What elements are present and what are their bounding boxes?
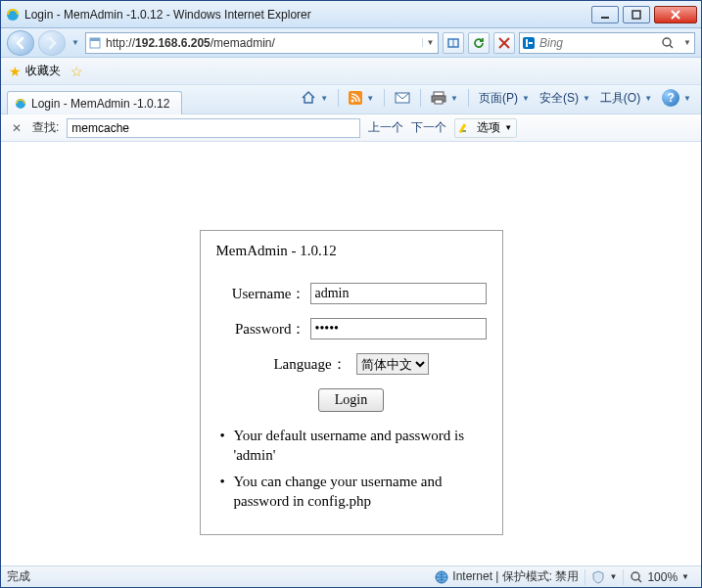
username-input[interactable] [310, 283, 487, 304]
protected-mode-dropdown[interactable]: ▼ [585, 570, 623, 584]
hint-item: You can change your username and passwor… [216, 472, 487, 512]
find-options-button[interactable]: 选项▼ [454, 118, 517, 138]
star-icon: ★ [9, 64, 22, 79]
help-button[interactable]: ?▼ [658, 87, 695, 109]
find-input[interactable] [67, 118, 360, 138]
address-dropdown[interactable]: ▼ [422, 38, 438, 47]
zoom-icon [630, 570, 643, 584]
svg-line-15 [670, 45, 673, 48]
favorites-button[interactable]: ★ 收藏夹 [9, 63, 61, 79]
svg-rect-6 [90, 38, 100, 41]
forward-button[interactable] [38, 30, 66, 56]
close-find-button[interactable]: ✕ [9, 120, 24, 136]
status-text: 完成 [7, 568, 30, 585]
svg-point-26 [632, 572, 639, 580]
browser-tab[interactable]: Login - MemAdmin -1.0.12 [7, 91, 182, 114]
add-favorite-button[interactable]: ☆ [70, 64, 83, 79]
ie-icon [5, 7, 21, 23]
bing-icon [520, 36, 538, 50]
address-bar[interactable]: http://192.168.6.205/memadmin/ ▼ [85, 32, 439, 54]
svg-rect-24 [462, 130, 466, 132]
address-text[interactable]: http://192.168.6.205/memadmin/ [104, 36, 422, 50]
search-box[interactable]: Bing ▼ [519, 32, 695, 54]
security-zone[interactable]: Internet | 保护模式: 禁用 [429, 568, 585, 585]
find-bar: ✕ 查找: 上一个 下一个 选项▼ [1, 114, 701, 142]
username-label: Username： [216, 285, 310, 303]
favorites-bar: ★ 收藏夹 ☆ [1, 58, 701, 85]
hint-item: Your default username and password is 'a… [216, 426, 487, 466]
stop-button[interactable] [493, 32, 515, 54]
back-button[interactable] [7, 30, 34, 56]
refresh-button[interactable] [468, 32, 490, 54]
svg-rect-12 [526, 39, 528, 47]
svg-point-14 [663, 38, 671, 46]
read-mail-button[interactable] [391, 87, 414, 109]
safety-menu[interactable]: 安全(S)▼ [536, 87, 594, 109]
navigation-bar: ▼ http://192.168.6.205/memadmin/ ▼ Bing … [1, 28, 701, 58]
login-button[interactable]: Login [318, 388, 384, 412]
window-title: Login - MemAdmin -1.0.12 - Windows Inter… [24, 8, 311, 22]
svg-rect-13 [529, 42, 533, 44]
page-icon [86, 36, 104, 50]
window-buttons [591, 6, 697, 23]
search-placeholder: Bing [538, 36, 661, 50]
svg-point-18 [351, 100, 354, 103]
title-bar: Login - MemAdmin -1.0.12 - Windows Inter… [1, 1, 701, 28]
help-icon: ? [662, 89, 679, 107]
print-button[interactable]: ▼ [427, 87, 462, 109]
svg-rect-2 [632, 11, 640, 19]
zoom-control[interactable]: 100% ▼ [624, 570, 695, 584]
status-bar: 完成 Internet | 保护模式: 禁用 ▼ 100% ▼ [1, 565, 701, 587]
shield-icon [591, 570, 605, 584]
ie-window: Login - MemAdmin -1.0.12 - Windows Inter… [0, 0, 702, 588]
favorites-label: 收藏夹 [25, 63, 61, 79]
svg-rect-20 [434, 92, 444, 96]
page-content: MemAdmin - 1.0.12 Username： Password： La… [1, 142, 701, 565]
tools-menu[interactable]: 工具(O)▼ [596, 87, 656, 109]
star-add-icon: ☆ [70, 64, 83, 79]
feeds-button[interactable]: ▼ [345, 87, 378, 109]
language-select[interactable]: 简体中文 [356, 353, 429, 375]
home-button[interactable]: ▼ [297, 87, 332, 109]
minimize-button[interactable] [591, 6, 619, 23]
tab-title: Login - MemAdmin -1.0.12 [31, 97, 169, 111]
search-dropdown[interactable]: ▼ [680, 38, 694, 47]
svg-rect-22 [435, 100, 443, 104]
highlight-icon [459, 121, 473, 135]
ie-tab-icon [14, 97, 27, 111]
hint-list: Your default username and password is 'a… [216, 426, 487, 511]
compat-view-button[interactable] [443, 32, 464, 54]
maximize-button[interactable] [623, 6, 650, 23]
svg-line-27 [638, 579, 641, 582]
password-label: Password： [216, 320, 310, 339]
command-bar: Login - MemAdmin -1.0.12 ▼ ▼ ▼ 页面(P)▼ 安全… [1, 85, 701, 114]
find-label: 查找: [32, 119, 59, 136]
page-menu[interactable]: 页面(P)▼ [475, 87, 534, 109]
find-previous-button[interactable]: 上一个 [368, 119, 403, 136]
nav-history-dropdown[interactable]: ▼ [70, 30, 81, 56]
language-label: Language： [273, 355, 350, 374]
password-input[interactable] [310, 318, 487, 339]
panel-title: MemAdmin - 1.0.12 [216, 243, 487, 259]
find-next-button[interactable]: 下一个 [411, 119, 446, 136]
search-go-button[interactable] [661, 36, 680, 50]
close-button[interactable] [654, 6, 697, 23]
globe-icon [435, 570, 448, 584]
login-panel: MemAdmin - 1.0.12 Username： Password： La… [200, 230, 503, 535]
